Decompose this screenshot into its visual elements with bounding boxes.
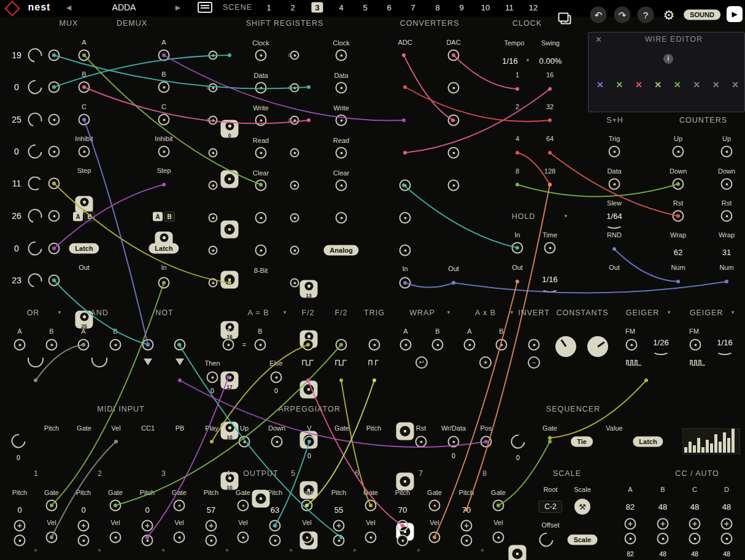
f2b-in-port[interactable]	[336, 339, 347, 351]
demux-a-port[interactable]	[158, 50, 170, 61]
adc-bit1-port[interactable]	[396, 423, 414, 440]
sh-slew-value[interactable]: 1/64	[606, 212, 622, 220]
sr-right-r6-out[interactable]	[336, 212, 347, 224]
scene-9[interactable]: 9	[455, 2, 467, 13]
axb-b-port[interactable]	[496, 339, 508, 351]
sr-right-r2-in[interactable]	[290, 83, 299, 93]
scene-10[interactable]: 10	[477, 2, 493, 13]
sound-button[interactable]: SOUND	[684, 10, 720, 20]
mux-ab-toggle[interactable]: AB	[73, 212, 95, 222]
demux-b-port[interactable]	[158, 82, 170, 93]
clock-dropdown-icon[interactable]: ▼	[563, 21, 568, 26]
scene-8[interactable]: 8	[431, 2, 443, 13]
mux-in1-value[interactable]: 19	[12, 51, 21, 59]
sr-left-r7-port[interactable]: 10	[221, 422, 239, 440]
ch7-gate-port[interactable]	[429, 500, 441, 512]
aeb-else-value[interactable]: 0	[274, 388, 278, 394]
info-icon[interactable]: i	[663, 54, 673, 64]
sr-left-r1-in[interactable]	[209, 51, 218, 60]
ch4-vel-port[interactable]	[237, 532, 249, 543]
scene-5[interactable]: 5	[359, 2, 371, 13]
ch8-gate-port[interactable]	[493, 500, 504, 512]
sh-trig-port[interactable]	[609, 146, 620, 158]
sr-left-clear-port[interactable]	[255, 180, 267, 191]
ch4-pitch-port[interactable]	[206, 520, 217, 532]
sr-left-r3-port[interactable]	[221, 221, 239, 239]
ch5-pitch-value[interactable]: 63	[271, 506, 279, 514]
seq-rst-port[interactable]	[415, 436, 427, 448]
adc-bit6-port[interactable]	[400, 212, 411, 224]
counter2-rst-port[interactable]	[721, 210, 733, 222]
ch8-pitch-value[interactable]: 70	[462, 506, 471, 514]
aeb-dropdown-icon[interactable]: ▼	[282, 310, 287, 315]
sr-left-r2-in[interactable]	[209, 83, 218, 93]
cc-c-out-value[interactable]: 48	[691, 551, 698, 558]
ch2-vel-port[interactable]	[110, 532, 122, 543]
mux-in2-dial[interactable]	[25, 77, 45, 97]
geiger2-rate-value[interactable]: 1/16	[717, 339, 732, 347]
mux-in6-value[interactable]: 26	[12, 212, 21, 220]
adc-bit7-port[interactable]	[400, 245, 411, 256]
aeb-b-port[interactable]	[255, 339, 266, 351]
cc-c-value[interactable]: 48	[690, 503, 699, 511]
geiger1-dropdown-icon[interactable]: ▼	[666, 310, 671, 315]
sr-left-r2-port[interactable]	[221, 171, 239, 188]
geiger1-rate-value[interactable]: 1/26	[653, 339, 668, 347]
not2-in-port[interactable]	[174, 339, 186, 351]
counter2-up-port[interactable]	[721, 146, 733, 158]
cc-a-cv-port[interactable]	[625, 533, 636, 545]
aeb-a-port[interactable]	[223, 339, 234, 351]
tempo-dropdown-icon[interactable]: ▼	[525, 58, 530, 63]
ch3-pitch-value[interactable]: 0	[145, 506, 149, 514]
midi-dial[interactable]	[9, 431, 28, 451]
ch8-pitch-cv-port[interactable]	[461, 535, 473, 547]
ch7-vel-port[interactable]	[429, 532, 441, 543]
sr-right-r4-in[interactable]	[290, 148, 299, 158]
demux-ab-a[interactable]: A	[153, 212, 163, 221]
demux-ab-toggle[interactable]: AB	[153, 212, 175, 222]
seq-step-display[interactable]	[682, 428, 740, 455]
ch5-pitch-port[interactable]	[269, 520, 281, 532]
mux-in8-dial[interactable]	[25, 270, 45, 290]
sr-right-r8-in[interactable]	[290, 278, 299, 288]
cc-d-out-value[interactable]: 48	[723, 551, 730, 558]
mux-ab-b[interactable]: B	[84, 212, 95, 222]
sr-right-read-port[interactable]	[336, 147, 347, 159]
cc-b-port[interactable]	[657, 518, 669, 530]
scene-2[interactable]: 2	[287, 2, 298, 13]
counter1-down-port[interactable]	[673, 178, 684, 190]
f2a-in-port[interactable]	[303, 339, 314, 351]
sr-left-r5-in[interactable]	[209, 181, 218, 190]
arp-down-port[interactable]	[271, 436, 283, 448]
geiger1-rate-dial[interactable]	[652, 347, 670, 355]
ch4-pitch-cv-port[interactable]	[206, 535, 217, 547]
sh-slew-dial[interactable]	[606, 220, 623, 229]
demux-latch-button[interactable]: Latch	[149, 244, 179, 254]
cc-d-value[interactable]: 48	[722, 503, 731, 511]
sr-left-r1-port[interactable]: 0	[221, 120, 239, 138]
scene-6[interactable]: 6	[383, 2, 395, 13]
axb-dropdown-icon[interactable]: ▼	[509, 310, 514, 315]
demux-in-port[interactable]	[158, 277, 170, 289]
ch3-pitch-cv-port[interactable]	[142, 535, 153, 547]
geiger2-dropdown-icon[interactable]: ▼	[730, 310, 735, 315]
ch1-gate-port[interactable]	[46, 500, 58, 512]
ch1-pitch-cv-port[interactable]	[14, 535, 26, 547]
counter2-wrap-value[interactable]: 31	[722, 248, 731, 256]
cc-c-port[interactable]	[689, 518, 701, 530]
wrap-dropdown-icon[interactable]: ▼	[446, 310, 451, 315]
redo-button[interactable]: ↷	[614, 7, 631, 23]
tempo-value[interactable]: 1/16	[502, 57, 517, 65]
and-b-port[interactable]	[110, 339, 122, 351]
ch7-pitch-cv-port[interactable]	[397, 535, 409, 547]
wrap-a-port[interactable]	[400, 339, 412, 351]
settings-gear-icon[interactable]: ⚙	[663, 9, 675, 21]
sr-right-data-port[interactable]	[336, 82, 347, 94]
arp-v-value[interactable]: 0	[307, 453, 311, 459]
ch1-pitch-value[interactable]: 0	[17, 506, 21, 514]
arp-v-port[interactable]	[304, 436, 315, 448]
mux-in2-port[interactable]	[48, 82, 60, 93]
sr-right-r6-in[interactable]	[290, 213, 299, 223]
aeb-then-port[interactable]	[207, 372, 218, 383]
mux-ab-a[interactable]: A	[73, 212, 83, 221]
